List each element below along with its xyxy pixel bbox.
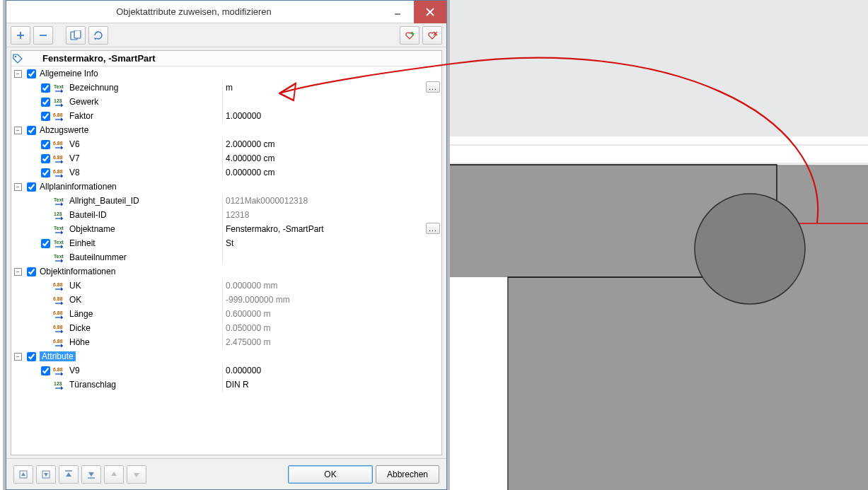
attr-value[interactable]: m... — [222, 81, 441, 95]
attr-row[interactable]: 6.88Höhe2.475000 m — [11, 335, 441, 349]
group-label: Abzugswerte — [38, 125, 441, 135]
attr-row[interactable]: TextEinheitSt — [11, 236, 441, 250]
expander-icon[interactable]: − — [14, 70, 22, 78]
attr-row[interactable]: 6.88V62.000000 cm — [11, 137, 441, 151]
attr-name: OK — [68, 295, 222, 305]
expand-all-button[interactable] — [36, 465, 56, 484]
attr-row[interactable]: 123TüranschlagDIN R — [11, 378, 441, 392]
expander-icon[interactable]: − — [14, 127, 22, 134]
group-objinfo[interactable]: −Objektinformationen — [11, 264, 441, 279]
favorite-remove-button[interactable] — [422, 26, 442, 45]
attr-value[interactable]: 0.050000 m — [222, 321, 441, 335]
attr-value[interactable]: 0.600000 m — [222, 307, 441, 321]
svg-text:6.88: 6.88 — [53, 310, 63, 315]
attr-row[interactable]: TextBezeichnungm... — [11, 81, 441, 95]
add-attr-button[interactable] — [11, 26, 30, 45]
cancel-button[interactable]: Abbrechen — [376, 465, 439, 484]
attr-value[interactable]: 4.000000 cm — [222, 151, 441, 165]
group-attr[interactable]: −Attribute — [11, 349, 441, 363]
attr-value[interactable]: 1.000000 — [222, 109, 441, 123]
move-top-button[interactable] — [59, 465, 79, 484]
attr-row[interactable]: TextBauteilnummer — [11, 250, 441, 264]
attr-value[interactable]: Fenstermakro, -SmartPart... — [222, 222, 441, 236]
refresh-button[interactable] — [88, 26, 108, 45]
row-checkbox[interactable] — [41, 112, 50, 121]
group-checkbox[interactable] — [27, 126, 36, 135]
drawing-canvas — [446, 0, 868, 490]
attr-row[interactable]: 6.88Faktor1.000000 — [11, 109, 441, 123]
row-checkbox[interactable] — [41, 239, 50, 248]
ok-button[interactable]: OK — [288, 465, 373, 484]
tree-title: Fenstermakro, -SmartPart — [24, 53, 156, 64]
attr-value[interactable]: 0.000000 — [222, 363, 441, 378]
group-checkbox[interactable] — [27, 352, 36, 361]
attr-value[interactable] — [222, 95, 441, 109]
paste-button[interactable] — [66, 26, 86, 45]
move-up-button[interactable] — [104, 465, 124, 484]
row-checkbox[interactable] — [41, 98, 50, 107]
row-checkbox[interactable] — [41, 366, 50, 375]
attr-value[interactable]: 12318 — [222, 208, 441, 222]
tag-icon — [11, 54, 24, 64]
attr-row[interactable]: 123Gewerk — [11, 95, 441, 109]
move-down-button[interactable] — [127, 465, 146, 484]
type-icon: 123 — [52, 380, 68, 390]
close-button[interactable] — [414, 1, 446, 23]
svg-text:Text: Text — [54, 197, 64, 202]
svg-rect-8 — [447, 145, 868, 163]
attr-value[interactable]: 2.475000 m — [222, 335, 441, 349]
window-title: Objektattribute zuweisen, modifizieren — [6, 6, 381, 17]
type-icon: 123 — [52, 210, 68, 220]
attr-row[interactable]: 6.88V74.000000 cm — [11, 151, 441, 165]
svg-text:6.88: 6.88 — [53, 169, 63, 174]
attr-value[interactable]: 0.000000 mm — [222, 279, 441, 293]
group-checkbox[interactable] — [27, 69, 36, 78]
attr-row[interactable]: 123Bauteil-ID12318 — [11, 208, 441, 222]
attr-row[interactable]: 6.88Länge0.600000 m — [11, 307, 441, 321]
group-checkbox[interactable] — [27, 267, 36, 276]
attr-row[interactable]: TextObjektnameFenstermakro, -SmartPart..… — [11, 222, 441, 236]
collapse-all-button[interactable] — [13, 465, 33, 484]
svg-text:6.88: 6.88 — [53, 339, 63, 344]
attr-value[interactable]: St — [222, 236, 441, 250]
expander-icon[interactable]: − — [14, 353, 22, 361]
attr-row[interactable]: 6.88UK0.000000 mm — [11, 279, 441, 293]
attribute-tree[interactable]: Fenstermakro, -SmartPart −Allgemeine Inf… — [11, 50, 442, 455]
expander-icon[interactable]: − — [14, 268, 22, 276]
row-checkbox[interactable] — [41, 83, 50, 93]
attr-row[interactable]: 6.88OK-999.000000 mm — [11, 293, 441, 307]
group-allplan[interactable]: −Allplaninformationen — [11, 180, 441, 194]
minimize-button[interactable] — [381, 1, 414, 23]
group-abzug[interactable]: −Abzugswerte — [11, 123, 441, 137]
attr-value[interactable]: DIN R — [222, 378, 441, 392]
svg-text:6.88: 6.88 — [53, 296, 63, 301]
attr-row[interactable]: TextAllright_Bauteil_ID0121Mak0000012318 — [11, 194, 441, 208]
move-bottom-button[interactable] — [81, 465, 101, 484]
attr-value[interactable]: 0121Mak0000012318 — [222, 194, 441, 208]
attr-value[interactable]: 0.000000 cm — [222, 165, 441, 180]
type-icon: 6.88 — [52, 153, 68, 163]
type-icon: Text — [52, 196, 68, 206]
remove-attr-button[interactable] — [33, 26, 53, 45]
attr-row[interactable]: 6.88V90.000000 — [11, 363, 441, 378]
attr-row[interactable]: 6.88Dicke0.050000 m — [11, 321, 441, 335]
svg-text:Text: Text — [54, 254, 64, 259]
type-icon: 6.88 — [52, 111, 68, 121]
row-checkbox[interactable] — [41, 168, 50, 177]
row-checkbox[interactable] — [41, 140, 50, 149]
attr-name: Objektname — [68, 224, 222, 234]
row-checkbox[interactable] — [41, 154, 50, 163]
group-checkbox[interactable] — [27, 182, 36, 192]
ellipsis-button[interactable]: ... — [426, 81, 440, 93]
attr-row[interactable]: 6.88V80.000000 cm — [11, 165, 441, 180]
group-allgemeine[interactable]: −Allgemeine Info — [11, 66, 441, 81]
attr-value[interactable]: -999.000000 mm — [222, 293, 441, 307]
favorite-add-button[interactable] — [400, 26, 419, 45]
expander-icon[interactable]: − — [14, 183, 22, 191]
attr-value[interactable] — [222, 250, 441, 264]
attr-value[interactable]: 2.000000 cm — [222, 137, 441, 151]
attr-name: V8 — [68, 168, 222, 177]
attr-name: V9 — [68, 366, 222, 375]
ellipsis-button[interactable]: ... — [426, 223, 440, 234]
svg-marker-65 — [88, 472, 94, 477]
